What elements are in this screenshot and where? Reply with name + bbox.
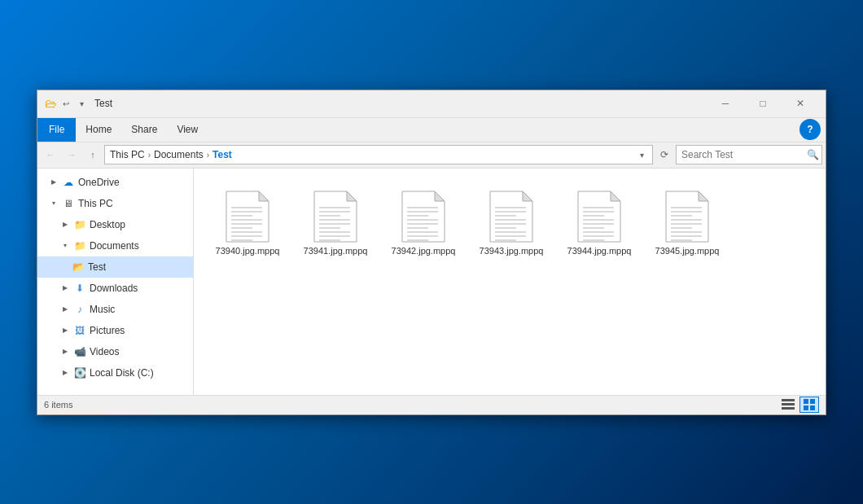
- menu-share[interactable]: Share: [121, 118, 167, 142]
- menu-file[interactable]: File: [37, 118, 76, 142]
- status-item-count: 6 items: [44, 400, 778, 410]
- file-icon: [663, 188, 712, 245]
- file-icon: [575, 188, 624, 245]
- svg-rect-69: [804, 399, 808, 404]
- file-icon: [311, 188, 360, 245]
- sidebar-item-pictures[interactable]: ▶ 🖼 Pictures: [37, 320, 193, 341]
- svg-marker-56: [699, 191, 708, 201]
- list-item[interactable]: 73944.jpg.mppq: [559, 182, 640, 263]
- menu-help[interactable]: ?: [799, 119, 821, 140]
- minimize-button[interactable]: ─: [707, 90, 744, 117]
- list-item[interactable]: 73940.jpg.mppq: [207, 182, 288, 263]
- pin-icon: ▾: [75, 97, 88, 110]
- breadcrumb-documents[interactable]: Documents: [154, 149, 204, 160]
- address-dropdown[interactable]: ▾: [637, 151, 647, 160]
- sidebar-item-test[interactable]: 📂 Test: [37, 256, 193, 278]
- downloads-icon: ⬇: [73, 282, 86, 295]
- svg-marker-12: [347, 191, 357, 201]
- expand-videos-icon: ▶: [60, 347, 70, 357]
- tile-view-button[interactable]: [799, 397, 819, 413]
- sidebar-label-documents: Documents: [90, 240, 139, 252]
- sidebar-label-music: Music: [90, 304, 115, 315]
- svg-rect-66: [782, 399, 795, 401]
- path-separator-1: ›: [148, 151, 151, 160]
- address-path[interactable]: This PC › Documents › Test ▾: [104, 145, 653, 164]
- svg-rect-72: [810, 405, 815, 410]
- menu-view[interactable]: View: [167, 118, 208, 142]
- list-item[interactable]: 73943.jpg.mppq: [471, 182, 552, 263]
- list-view-button[interactable]: [778, 397, 798, 413]
- maximize-button[interactable]: □: [744, 90, 782, 117]
- expand-music-icon: ▶: [60, 305, 70, 314]
- list-item[interactable]: 73941.jpg.mppq: [295, 182, 376, 263]
- sidebar-item-documents[interactable]: ▾ 📁 Documents: [37, 235, 193, 256]
- expand-documents-icon: ▾: [60, 241, 70, 251]
- expand-desktop-icon: ▶: [60, 220, 70, 230]
- title-bar: 🗁 ↩ ▾ Test ─ □ ✕: [37, 90, 826, 118]
- sidebar-item-videos[interactable]: ▶ 📹 Videos: [37, 341, 193, 362]
- sidebar-label-videos: Videos: [90, 346, 119, 357]
- menu-home[interactable]: Home: [76, 118, 121, 142]
- close-button[interactable]: ✕: [782, 90, 819, 117]
- status-bar: 6 items: [37, 395, 826, 414]
- address-bar: ← → ↑ This PC › Documents › Test ▾ ⟳ 🔍: [37, 142, 826, 169]
- sidebar-label-desktop: Desktop: [90, 219, 125, 230]
- sidebar-label-this-pc: This PC: [78, 198, 113, 209]
- file-name-label: 73941.jpg.mppq: [304, 245, 368, 256]
- search-input[interactable]: [681, 149, 804, 160]
- up-button[interactable]: ↑: [83, 145, 103, 164]
- expand-pictures-icon: ▶: [60, 326, 70, 335]
- svg-rect-68: [782, 407, 795, 410]
- sidebar-item-music[interactable]: ▶ ♪ Music: [37, 299, 193, 320]
- svg-marker-1: [259, 191, 269, 201]
- explorer-window: 🗁 ↩ ▾ Test ─ □ ✕ File Home Share View ? …: [37, 90, 826, 415]
- breadcrumb-test[interactable]: Test: [212, 149, 232, 160]
- onedrive-icon: ☁: [62, 176, 75, 189]
- title-bar-icons: 🗁 ↩ ▾: [44, 97, 88, 110]
- svg-marker-23: [435, 191, 445, 201]
- file-name-label: 73945.jpg.mppq: [655, 245, 720, 256]
- sidebar-label-test: Test: [88, 261, 106, 273]
- desktop-icon: 📁: [73, 218, 86, 231]
- menu-bar: File Home Share View ?: [37, 118, 826, 142]
- expand-local-disk-icon: ▶: [60, 368, 70, 378]
- breadcrumb-this-pc[interactable]: This PC: [110, 149, 145, 160]
- window-controls: ─ □ ✕: [707, 90, 819, 117]
- file-icon: [399, 188, 448, 245]
- sidebar-item-local-disk[interactable]: ▶ 💽 Local Disk (C:): [37, 362, 193, 383]
- local-disk-icon: 💽: [73, 366, 86, 379]
- sidebar-item-desktop[interactable]: ▶ 📁 Desktop: [37, 214, 193, 235]
- svg-marker-34: [523, 191, 532, 201]
- sidebar-item-downloads[interactable]: ▶ ⬇ Downloads: [37, 278, 193, 299]
- search-box[interactable]: 🔍: [676, 145, 822, 164]
- list-item[interactable]: 73942.jpg.mppq: [383, 182, 464, 263]
- folder-icon: 🗁: [44, 97, 57, 110]
- expand-this-pc-icon: ▾: [49, 199, 59, 208]
- search-icon[interactable]: 🔍: [807, 149, 819, 160]
- main-content: ▶ ☁ OneDrive ▾ 🖥 This PC ▶ 📁 Desktop ▾ 📁…: [37, 169, 826, 395]
- sidebar-label-downloads: Downloads: [90, 283, 138, 294]
- music-icon: ♪: [73, 303, 86, 316]
- expand-onedrive-icon: ▶: [49, 177, 59, 187]
- documents-icon: 📁: [73, 239, 86, 252]
- svg-rect-67: [782, 403, 795, 405]
- svg-rect-71: [804, 405, 808, 410]
- test-folder-icon: 📂: [72, 261, 85, 274]
- file-name-label: 73944.jpg.mppq: [567, 245, 632, 256]
- sidebar-label-local-disk: Local Disk (C:): [90, 367, 154, 379]
- sidebar-item-this-pc[interactable]: ▾ 🖥 This PC: [37, 193, 193, 214]
- this-pc-icon: 🖥: [62, 197, 75, 210]
- list-item[interactable]: 73945.jpg.mppq: [646, 182, 728, 263]
- sidebar-label-pictures: Pictures: [90, 325, 125, 336]
- refresh-button[interactable]: ⟳: [655, 145, 674, 164]
- undo-icon: ↩: [59, 97, 72, 110]
- back-button[interactable]: ←: [41, 145, 60, 164]
- file-icon: [487, 188, 536, 245]
- path-separator-2: ›: [207, 151, 209, 160]
- sidebar-item-onedrive[interactable]: ▶ ☁ OneDrive: [37, 172, 193, 193]
- window-title: Test: [94, 98, 707, 109]
- breadcrumb: This PC › Documents › Test: [110, 149, 232, 160]
- svg-marker-45: [611, 191, 620, 201]
- view-buttons: [778, 397, 819, 413]
- forward-button[interactable]: →: [62, 145, 81, 164]
